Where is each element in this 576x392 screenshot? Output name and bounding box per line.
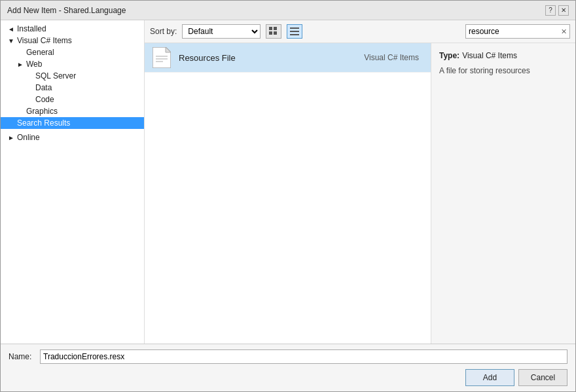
dialog-title: Add New Item - Shared.Language	[7, 6, 126, 15]
search-results-label: Search Results	[17, 118, 70, 128]
sidebar-item-search-results[interactable]: Search Results	[1, 117, 144, 129]
file-icon	[151, 47, 172, 68]
file-list: Resources File Visual C# Items	[145, 43, 431, 344]
type-label: Type:	[439, 51, 459, 60]
data-label: Data	[35, 83, 52, 92]
sidebar-item-web[interactable]: ► Web	[1, 58, 144, 70]
grid-view-button[interactable]	[266, 24, 281, 39]
online-expander: ►	[7, 134, 15, 141]
search-clear-button[interactable]: ✕	[558, 25, 569, 38]
installed-expander: ◄	[7, 26, 15, 33]
graphics-expander	[16, 108, 24, 115]
sidebar-item-online[interactable]: ► Online	[1, 132, 144, 143]
list-view-button[interactable]	[287, 24, 302, 39]
bottom-bar: Name: Add Cancel	[1, 344, 575, 391]
name-input[interactable]	[40, 349, 567, 364]
web-expander: ►	[16, 61, 24, 68]
file-name: Resources File	[179, 53, 364, 63]
installed-label: Installed	[17, 24, 46, 33]
add-new-item-dialog: Add New Item - Shared.Language ? ✕ ◄ Ins…	[0, 0, 576, 392]
button-row: Add Cancel	[9, 369, 567, 386]
add-button[interactable]: Add	[465, 369, 514, 386]
type-value: Visual C# Items	[462, 51, 517, 60]
search-input[interactable]	[466, 25, 558, 38]
top-toolbar: Sort by: Default	[145, 20, 575, 43]
list-item[interactable]: Resources File Visual C# Items	[145, 43, 431, 73]
sidebar-item-visual-csharp[interactable]: ▼ Visual C# Items	[1, 35, 144, 46]
search-results-expander	[7, 120, 15, 127]
sidebar-item-general[interactable]: General	[1, 46, 144, 58]
svg-rect-0	[269, 27, 272, 30]
details-panel: Type: Visual C# Items A file for storing…	[431, 43, 575, 344]
svg-marker-8	[166, 47, 171, 52]
left-panel: ◄ Installed ▼ Visual C# Items General ► …	[1, 20, 145, 344]
help-button[interactable]: ?	[545, 5, 556, 16]
sort-select[interactable]: Default	[182, 24, 261, 39]
svg-rect-3	[274, 31, 277, 35]
name-row: Name:	[9, 349, 567, 364]
close-button[interactable]: ✕	[558, 5, 569, 16]
general-label: General	[26, 48, 54, 57]
visual-csharp-expander: ▼	[7, 37, 15, 45]
sort-label: Sort by:	[150, 27, 177, 36]
sidebar-item-graphics[interactable]: Graphics	[1, 105, 144, 117]
title-bar: Add New Item - Shared.Language ? ✕	[1, 1, 575, 20]
sidebar-item-code[interactable]: Code	[1, 94, 144, 105]
sql-server-expander	[26, 73, 33, 80]
online-label: Online	[17, 133, 40, 142]
content-area: Resources File Visual C# Items Type: Vis…	[145, 43, 575, 344]
data-expander	[26, 84, 33, 92]
sidebar-item-sql-server[interactable]: SQL Server	[1, 70, 144, 82]
code-label: Code	[35, 95, 54, 104]
details-description: A file for storing resources	[439, 65, 567, 77]
name-label: Name:	[9, 352, 35, 361]
graphics-label: Graphics	[26, 107, 58, 116]
dialog-body: ◄ Installed ▼ Visual C# Items General ► …	[1, 20, 575, 344]
code-expander	[26, 96, 33, 103]
visual-csharp-label: Visual C# Items	[17, 36, 72, 45]
cancel-button[interactable]: Cancel	[518, 369, 567, 386]
file-category: Visual C# Items	[364, 53, 424, 62]
right-side: Sort by: Default	[145, 20, 575, 344]
svg-rect-6	[290, 34, 299, 35]
details-type-row: Type: Visual C# Items	[439, 51, 567, 60]
sql-server-label: SQL Server	[35, 71, 76, 80]
title-bar-controls: ? ✕	[545, 5, 569, 16]
general-expander	[16, 49, 24, 56]
svg-rect-1	[274, 27, 277, 30]
svg-rect-2	[269, 31, 272, 35]
svg-rect-4	[290, 27, 299, 29]
sidebar-item-data[interactable]: Data	[1, 82, 144, 94]
svg-rect-5	[290, 31, 299, 32]
sidebar-item-installed[interactable]: ◄ Installed	[1, 23, 144, 35]
file-info: Resources File Visual C# Items	[179, 53, 424, 63]
search-box: ✕	[465, 24, 570, 39]
web-label: Web	[26, 60, 42, 69]
